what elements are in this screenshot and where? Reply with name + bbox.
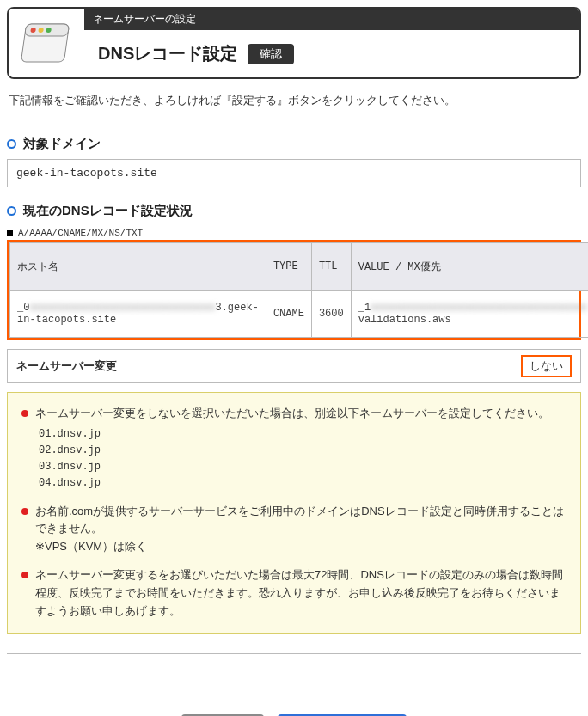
- ns-change-label: ネームサーバー変更: [16, 358, 117, 374]
- window-icon: [19, 15, 74, 70]
- square-bullet-icon: [7, 230, 13, 236]
- section-heading-domain: 対象ドメイン: [7, 136, 581, 152]
- note-item: ネームサーバー変更をしないを選択いただいた場合は、別途以下ネームサーバーを設定し…: [21, 405, 567, 493]
- confirm-badge: 確認: [248, 44, 294, 64]
- cell-value: _1xxxxxxxxxxxxxxxxxxxxxxxxxxxxxxxxxxxf.a…: [351, 291, 588, 338]
- page-title: DNSレコード設定: [98, 42, 237, 65]
- cell-ttl: 3600: [311, 291, 351, 338]
- records-subtype-label: A/AAAA/CNAME/MX/NS/TXT: [7, 228, 581, 238]
- cell-value-obscured: xxxxxxxxxxxxxxxxxxxxxxxxxxxxxxxxxxx: [371, 302, 587, 314]
- red-bullet-icon: [21, 508, 28, 515]
- cell-host: _0xxxxxxxxxxxxxxxxxxxxxxxxxxxxxx3.geek-i…: [10, 291, 266, 338]
- table-row: _0xxxxxxxxxxxxxxxxxxxxxxxxxxxxxx3.geek-i…: [10, 291, 589, 338]
- note-item: お名前.comが提供するサーバーサービスをご利用中のドメインはDNSレコード設定…: [21, 503, 567, 556]
- ns-server: 01.dnsv.jp: [39, 426, 567, 443]
- note-text: ネームサーバー変更をしないを選択いただいた場合は、別途以下ネームサーバーを設定し…: [35, 405, 567, 423]
- note-text: お名前.comが提供するサーバーサービスをご利用中のドメインはDNSレコード設定…: [35, 503, 567, 539]
- dns-records-table: ホスト名 TYPE TTL VALUE / MX優先 状態 削除 _0xxxxx…: [9, 242, 588, 338]
- bullet-icon: [7, 139, 16, 149]
- cell-host-obscured: xxxxxxxxxxxxxxxxxxxxxxxxxxxxxx: [29, 302, 215, 314]
- note-item: ネームサーバー変更するをお選びいただいた場合は最大72時間、DNSレコードの設定…: [21, 566, 567, 620]
- cell-value-prefix: _1: [358, 302, 371, 314]
- ns-server-list: 01.dnsv.jp 02.dnsv.jp 03.dnsv.jp 04.dnsv…: [39, 426, 567, 493]
- section-heading-records: 現在のDNSレコード設定状況: [7, 203, 581, 219]
- note-text: ※VPS（KVM）は除く: [35, 538, 567, 556]
- records-subtype-text: A/AAAA/CNAME/MX/NS/TXT: [18, 228, 143, 238]
- col-ttl: TTL: [311, 243, 351, 291]
- cell-type: CNAME: [266, 291, 311, 338]
- col-value: VALUE / MX優先: [351, 243, 588, 291]
- ns-server: 03.dnsv.jp: [39, 459, 567, 475]
- ns-server: 02.dnsv.jp: [39, 443, 567, 459]
- section-heading-records-label: 現在のDNSレコード設定状況: [23, 203, 193, 219]
- records-highlight-frame: ホスト名 TYPE TTL VALUE / MX優先 状態 削除 _0xxxxx…: [7, 240, 581, 340]
- header-icon-cell: [9, 9, 84, 77]
- ns-change-bar: ネームサーバー変更 しない: [7, 349, 581, 383]
- section-heading-domain-label: 対象ドメイン: [23, 136, 101, 152]
- red-bullet-icon: [21, 572, 28, 578]
- red-bullet-icon: [21, 410, 28, 417]
- note-text: ネームサーバー変更するをお選びいただいた場合は最大72時間、DNSレコードの設定…: [35, 566, 567, 620]
- ns-server: 04.dnsv.jp: [39, 475, 567, 492]
- divider: [7, 653, 581, 654]
- table-header-row: ホスト名 TYPE TTL VALUE / MX優先 状態 削除: [10, 243, 589, 291]
- breadcrumb: ネームサーバーの設定: [84, 9, 579, 30]
- cell-host-prefix: _0: [17, 302, 29, 314]
- page-header: ネームサーバーの設定 DNSレコード設定 確認: [7, 7, 581, 79]
- notes-box: ネームサーバー変更をしないを選択いただいた場合は、別途以下ネームサーバーを設定し…: [7, 392, 581, 634]
- intro-text: 下記情報をご確認いただき、よろしければ『設定する』ボタンをクリックしてください。: [9, 93, 579, 108]
- domain-value: geek-in-tacopots.site: [7, 159, 581, 187]
- col-type: TYPE: [266, 243, 311, 291]
- bullet-icon: [7, 206, 16, 216]
- ns-change-value: しない: [521, 355, 572, 377]
- col-host: ホスト名: [10, 243, 266, 291]
